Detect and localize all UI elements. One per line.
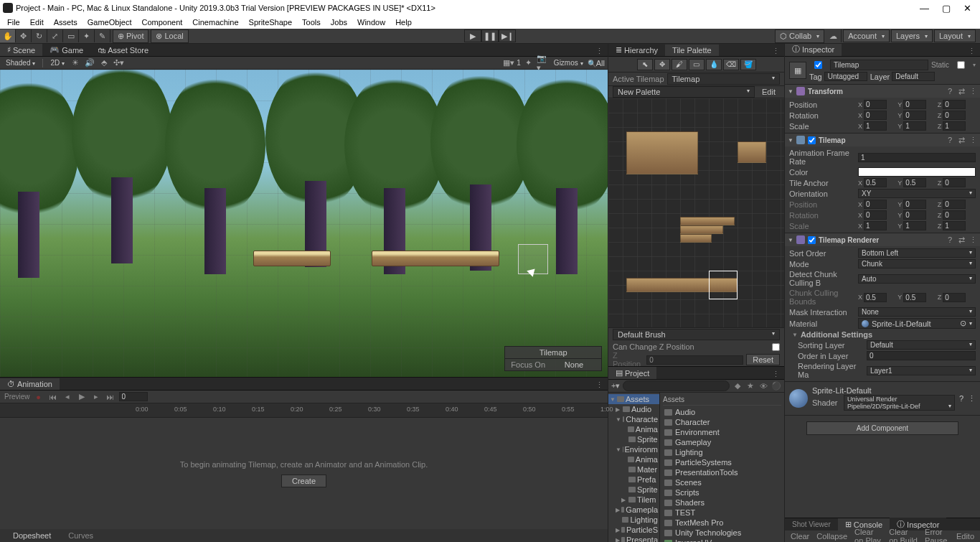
tab-asset-store[interactable]: 🛍Asset Store [90, 45, 156, 56]
list-item[interactable]: TextMesh Pro [663, 518, 781, 528]
color-picker[interactable] [858, 167, 976, 177]
project-list[interactable]: Assets AudioCharacterEnvironmentGameplay… [660, 393, 784, 542]
create-asset-button[interactable]: +▾ [611, 381, 620, 391]
tree-node[interactable]: ▼Environm [608, 444, 659, 454]
custom-tool[interactable]: ✎ [95, 29, 110, 42]
clear-on-build-button[interactable]: Clear on Build [886, 527, 920, 542]
rotate-tool[interactable]: ↻ [32, 29, 47, 42]
tab-game[interactable]: 🎮Game [42, 44, 90, 56]
play-button[interactable]: ▶ [464, 29, 481, 42]
list-item[interactable]: ParticleSystems [663, 457, 781, 467]
list-item[interactable]: Gameplay [663, 437, 781, 447]
menu-cinemachine[interactable]: Cinemachine [188, 17, 242, 28]
local-toggle[interactable]: ⊗Local [151, 29, 188, 43]
gizmos-dropdown[interactable]: Gizmos [551, 58, 586, 67]
scale-y[interactable] [903, 121, 926, 131]
menu-component[interactable]: Component [137, 17, 187, 28]
tree-node[interactable]: Sprite [608, 434, 659, 444]
detect-dropdown[interactable]: Auto [858, 274, 976, 284]
object-name-input[interactable] [830, 60, 928, 70]
tag-dropdown[interactable]: Untagged [824, 72, 867, 81]
tree-node[interactable]: ▶Tilem [608, 495, 659, 505]
tree-node[interactable]: Mater [608, 464, 659, 475]
layers-dropdown[interactable]: Layers [891, 29, 933, 42]
move-tile-tool[interactable]: ✥ [654, 59, 670, 70]
renderer-header[interactable]: ▼ Tilemap Renderer ?⇄⋮ [785, 233, 980, 246]
menu-tools[interactable]: Tools [298, 17, 325, 28]
clear-on-play-button[interactable]: Clear on Play [852, 527, 885, 542]
tree-node[interactable]: ▶Audio [608, 404, 659, 414]
lighting-icon[interactable]: ☀ [69, 58, 82, 68]
renderer-enabled[interactable] [808, 236, 816, 244]
rot-y[interactable] [903, 111, 926, 120]
error-pause-button[interactable]: Error Pause [922, 527, 952, 542]
menu-edit[interactable]: Edit [26, 17, 48, 28]
list-item[interactable]: Environment [663, 427, 781, 437]
tree-node[interactable]: Prefa [608, 475, 659, 485]
tool-settings-icon[interactable]: ✦ [522, 58, 535, 68]
gameobject-icon[interactable]: ▦ [789, 62, 806, 79]
list-item[interactable]: PresentationTools [663, 467, 781, 477]
tree-node[interactable]: Anima [608, 424, 659, 434]
list-item[interactable]: Scenes [663, 477, 781, 487]
box-tool[interactable]: ▭ [689, 59, 705, 70]
orientation-dropdown[interactable]: XY [858, 189, 976, 198]
rot-x[interactable] [864, 111, 887, 120]
picker-tool[interactable]: 💧 [706, 59, 722, 70]
static-checkbox[interactable] [952, 61, 970, 69]
anim-play-button[interactable]: ▶ [76, 392, 88, 402]
tree-node[interactable]: ▼Characte [608, 414, 659, 424]
curves-tab[interactable]: Curves [62, 530, 99, 541]
select-tool[interactable]: ⬉ [637, 59, 653, 70]
rot-z[interactable] [943, 111, 966, 120]
list-item[interactable]: Shaders [663, 497, 781, 508]
can-change-z-checkbox[interactable] [772, 343, 780, 351]
minimize-button[interactable]: — [920, 3, 929, 14]
active-tilemap-dropdown[interactable]: Tilemap [667, 73, 780, 85]
tilemap-enabled[interactable] [808, 136, 816, 144]
list-item[interactable]: TEST [663, 508, 781, 518]
preview-toggle[interactable]: Preview [4, 393, 30, 401]
dopesheet-tab[interactable]: Dopesheet [7, 530, 57, 541]
fx-icon[interactable]: ⬘ [98, 58, 110, 68]
palette-menu-icon[interactable]: ⋮ [768, 47, 784, 56]
last-frame-button[interactable]: ⏭ [105, 392, 116, 402]
pivot-toggle[interactable]: ⊕Pivot [113, 29, 149, 43]
list-item[interactable]: Scripts [663, 487, 781, 497]
tab-inspector[interactable]: ⓘInspector [785, 44, 842, 56]
menu-window[interactable]: Window [353, 17, 390, 28]
tab-animation[interactable]: ⏱Animation [0, 378, 60, 390]
tilemap-header[interactable]: ▼ Tilemap ?⇄⋮ [785, 134, 980, 146]
z-position-input[interactable] [646, 355, 743, 365]
pos-x[interactable] [864, 100, 887, 109]
slider-icon[interactable]: ⚫ [771, 381, 781, 391]
record-button[interactable]: ● [33, 392, 44, 402]
active-checkbox[interactable] [809, 61, 827, 69]
editor-button[interactable]: Edito [953, 531, 977, 541]
order-input[interactable] [867, 351, 976, 360]
grid-icon[interactable]: ▦▾ [502, 58, 515, 68]
mask-dropdown[interactable]: None [858, 307, 976, 317]
favorite-icon[interactable]: ★ [745, 381, 755, 391]
brush-tool[interactable]: 🖌 [672, 59, 687, 70]
erase-tool[interactable]: ⌫ [723, 59, 739, 70]
move-tool[interactable]: ✥ [16, 29, 32, 42]
prev-frame-button[interactable]: ◂ [62, 392, 73, 402]
reset-button[interactable]: Reset [746, 354, 780, 365]
add-component-button[interactable]: Add Component [806, 421, 958, 435]
pos-y[interactable] [903, 100, 926, 109]
tab-scene[interactable]: ♯Scene [0, 44, 42, 56]
menu-help[interactable]: Help [391, 17, 416, 28]
hand-tool[interactable]: ✋ [0, 29, 16, 42]
render-layer-dropdown[interactable]: Layer1 [867, 366, 976, 375]
maximize-button[interactable]: ▢ [942, 3, 951, 14]
shader-dropdown[interactable]: Universal Render Pipeline/2D/Sprite-Lit-… [844, 395, 955, 411]
context-menu-icon[interactable]: ⋮ [969, 87, 977, 96]
list-item[interactable]: Unity Technologies [663, 528, 781, 538]
clear-button[interactable]: Clear [788, 531, 812, 541]
scale-z[interactable] [943, 121, 966, 131]
tab-hierarchy[interactable]: ≣Hierarchy [608, 44, 665, 56]
collapse-button[interactable]: Collapse [814, 531, 850, 541]
fill-tool[interactable]: 🪣 [740, 59, 756, 70]
list-item[interactable]: Audio [663, 407, 781, 417]
